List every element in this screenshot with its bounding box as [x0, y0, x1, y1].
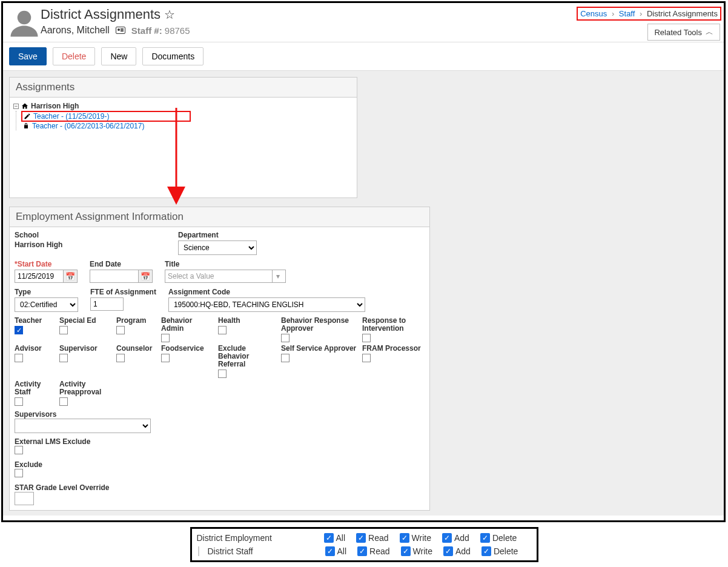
department-label: Department — [178, 231, 257, 239]
perm-district-staff-label: District Staff — [198, 546, 325, 556]
person-name: Aarons, Mitchell — [41, 25, 110, 36]
program-checkbox[interactable] — [116, 326, 125, 334]
breadcrumb-staff[interactable]: Staff — [619, 9, 635, 18]
fte-input[interactable] — [90, 297, 124, 311]
external-lms-exclude-label: External LMS Exclude — [15, 437, 90, 446]
perm-ds-delete-checkbox[interactable] — [481, 546, 491, 556]
svg-point-0 — [18, 11, 31, 25]
related-tools-button[interactable]: Related Tools ︿ — [647, 24, 720, 41]
health-checkbox[interactable] — [218, 326, 227, 334]
star-override-label: STAR Grade Level Override — [15, 483, 110, 492]
fram-processor-checkbox[interactable] — [362, 354, 371, 362]
calendar-icon[interactable]: 📅 — [63, 270, 78, 283]
perm-de-write-checkbox[interactable] — [400, 533, 409, 543]
school-label: School — [15, 231, 166, 239]
perm-ds-add-checkbox[interactable] — [443, 546, 453, 556]
exclude-label: Exclude — [15, 460, 42, 469]
assignment-code-select[interactable]: 195000:HQ-EBD, TEACHING ENGLISH — [168, 297, 365, 312]
perm-de-add-checkbox[interactable] — [442, 533, 452, 543]
tree-item-prev-assignment[interactable]: Teacher - (06/22/2013-06/21/2017) — [21, 122, 353, 130]
home-icon — [21, 102, 28, 110]
avatar-icon — [8, 7, 41, 39]
chevron-down-icon: ▾ — [272, 270, 283, 282]
perm-de-all-checkbox[interactable] — [324, 533, 334, 543]
tree-school-label[interactable]: Harrison High — [31, 101, 79, 111]
type-label: Type — [15, 288, 78, 296]
documents-button[interactable]: Documents — [142, 47, 204, 65]
save-button[interactable]: Save — [9, 47, 47, 65]
delete-button[interactable]: Delete — [53, 47, 95, 65]
breadcrumb-census[interactable]: Census — [580, 9, 607, 18]
new-button[interactable]: New — [101, 47, 136, 65]
tree-collapse-icon[interactable]: − — [13, 104, 19, 109]
department-select[interactable]: Science — [178, 240, 257, 255]
pencil-icon — [24, 113, 31, 120]
perm-ds-write-checkbox[interactable] — [401, 546, 411, 556]
external-lms-exclude-checkbox[interactable] — [15, 446, 23, 454]
assignment-code-label: Assignment Code — [168, 288, 365, 296]
tree-item-current-assignment[interactable]: Teacher - (11/25/2019-) — [21, 111, 191, 122]
counselor-checkbox[interactable] — [116, 354, 125, 362]
favorite-star-icon[interactable]: ☆ — [164, 7, 175, 22]
start-date-input[interactable] — [15, 270, 63, 283]
breadcrumb-current: District Assignments — [647, 9, 718, 18]
supervisors-label: Supervisors — [15, 410, 56, 419]
star-override-input[interactable] — [15, 492, 34, 505]
breadcrumb: Census › Staff › District Assignments — [577, 7, 721, 21]
title-select[interactable]: Select a Value ▾ — [165, 270, 286, 283]
start-date-label: *Start Date — [15, 260, 78, 268]
lock-icon — [22, 122, 30, 130]
activity-staff-checkbox[interactable] — [15, 397, 23, 406]
school-value: Harrison High — [15, 240, 166, 249]
perm-ds-all-checkbox[interactable] — [325, 546, 335, 556]
staff-number-label: Staff #: — [131, 25, 162, 36]
foodservice-checkbox[interactable] — [161, 354, 170, 362]
chevron-up-icon: ︿ — [706, 27, 713, 38]
exclude-behavior-referral-checkbox[interactable] — [218, 370, 227, 378]
fte-label: FTE of Assignment — [90, 288, 156, 296]
type-select[interactable]: 02:Certified — [15, 297, 78, 312]
perm-district-employment-label: District Employment — [197, 533, 324, 543]
title-label: Title — [165, 260, 286, 268]
assignments-panel-title: Assignments — [10, 78, 357, 98]
teacher-checkbox[interactable] — [15, 326, 23, 334]
employment-panel-title: Employment Assignment Information — [10, 207, 429, 227]
chevron-right-icon: › — [640, 9, 642, 18]
perm-de-delete-checkbox[interactable] — [480, 533, 490, 543]
exclude-checkbox[interactable] — [15, 469, 23, 477]
end-date-input[interactable] — [90, 270, 138, 283]
special-ed-checkbox[interactable] — [59, 326, 68, 334]
behavior-response-approver-checkbox[interactable] — [281, 334, 290, 342]
behavior-admin-checkbox[interactable] — [161, 334, 170, 342]
chevron-right-icon: › — [612, 9, 614, 18]
permissions-panel: District Employment All Read Write Add D… — [190, 527, 538, 562]
self-service-approver-checkbox[interactable] — [281, 354, 290, 362]
perm-de-read-checkbox[interactable] — [356, 533, 366, 543]
supervisor-checkbox[interactable] — [59, 354, 68, 362]
end-date-label: End Date — [90, 260, 153, 268]
calendar-icon[interactable]: 📅 — [138, 270, 153, 283]
perm-ds-read-checkbox[interactable] — [357, 546, 367, 556]
advisor-checkbox[interactable] — [15, 354, 23, 362]
page-title: District Assignments — [41, 7, 160, 22]
response-to-intervention-checkbox[interactable] — [362, 334, 371, 342]
staff-number-value: 98765 — [165, 25, 190, 36]
supervisors-select[interactable] — [15, 419, 151, 433]
activity-preapproval-checkbox[interactable] — [59, 397, 68, 406]
id-card-icon — [116, 27, 125, 34]
